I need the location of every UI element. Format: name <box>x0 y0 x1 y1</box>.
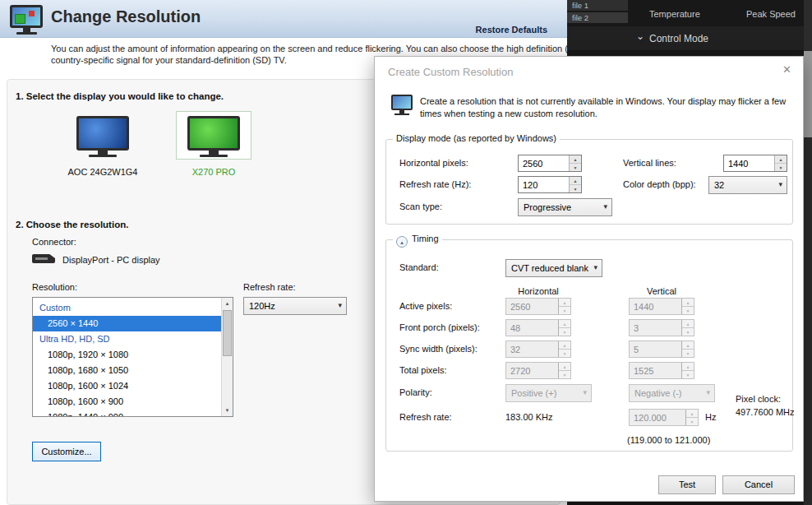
scroll-down-icon[interactable]: ▼ <box>222 405 233 416</box>
chevron-down-icon: ▾ <box>778 180 782 188</box>
front-porch-label: Front porch (pixels): <box>399 322 480 332</box>
spinner-up-icon: ▲ <box>559 299 570 307</box>
collapse-icon[interactable]: ▴ <box>396 236 408 248</box>
refresh-rate-value: 120 <box>523 180 537 190</box>
timing-group-legend: ▴Timing <box>393 234 442 248</box>
resolution-item[interactable]: 1080p, 1440 × 900 <box>33 410 221 417</box>
sync-width-vertical-spinner: 5 ▲▼ <box>629 341 694 358</box>
restore-defaults-link[interactable]: Restore Defaults <box>476 25 547 35</box>
dialog-monitor-icon <box>390 95 416 118</box>
spinner-up-icon: ▲ <box>559 341 570 350</box>
spinner-up-icon[interactable]: ▲ <box>775 155 787 164</box>
spinner-up-icon: ▲ <box>559 363 570 371</box>
column-header-horizontal: Horizontal <box>505 286 571 296</box>
resolution-category-custom[interactable]: Custom <box>33 300 221 316</box>
resolution-item[interactable]: 1080p, 1680 × 1050 <box>33 363 221 378</box>
color-depth-select[interactable]: 32 ▾ <box>708 176 787 194</box>
spinner-buttons: ▲▼ <box>569 155 581 171</box>
display-item-aoc[interactable]: AOC 24G2W1G4 <box>55 111 150 177</box>
spinner-buttons: ▲▼ <box>558 363 570 378</box>
monitor-base <box>16 32 37 35</box>
monitor-icon <box>187 116 240 151</box>
refresh-rate-value: 120Hz <box>249 301 275 311</box>
refresh-rate-hz-label: Refresh rate (Hz): <box>399 179 471 189</box>
monitor-base <box>200 155 228 157</box>
polarity-horizontal-value: Positive (+) <box>511 388 556 398</box>
monitor-base <box>89 155 117 157</box>
monitor-frame <box>65 111 141 160</box>
display-item-x270[interactable]: X270 PRO <box>166 111 261 177</box>
listbox-scrollbar[interactable]: ▲ ▼ <box>221 298 233 416</box>
profile-tab-1[interactable]: file 1 <box>567 0 628 11</box>
scrollbar-thumb[interactable] <box>804 51 812 137</box>
spinner-down-icon: ▼ <box>559 371 570 378</box>
spinner-down-icon[interactable]: ▼ <box>570 185 581 192</box>
customize-button[interactable]: Customize... <box>32 442 101 461</box>
step1-heading: 1. Select the display you would like to … <box>16 91 224 101</box>
color-depth-label: Color depth (bpp): <box>623 179 696 189</box>
chevron-down-icon: ⌄ <box>636 30 644 42</box>
spinner-buttons: ▲▼ <box>681 320 694 336</box>
scrollbar-thumb[interactable] <box>223 310 232 356</box>
screen: Change Resolution Restore Defaults You c… <box>0 0 812 505</box>
refresh-rate-spinner[interactable]: 120 ▲▼ <box>518 176 582 193</box>
color-depth-value: 32 <box>714 180 724 190</box>
sync-width-vertical-value: 5 <box>634 345 639 354</box>
chevron-down-icon: ▾ <box>583 388 587 396</box>
horizontal-pixels-spinner[interactable]: 2560 ▲▼ <box>518 155 582 172</box>
active-pixels-horizontal-value: 2560 <box>510 302 530 312</box>
vertical-lines-spinner[interactable]: 1440 ▲▼ <box>723 155 787 172</box>
spinner-up-icon[interactable]: ▲ <box>570 177 581 185</box>
active-pixels-label: Active pixels: <box>399 301 452 311</box>
chevron-down-icon: ▾ <box>706 388 710 396</box>
icon-green-square <box>15 14 25 24</box>
pixel-clock-label: Pixel clock: <box>736 394 781 404</box>
spinner-buttons: ▲▼ <box>558 320 570 336</box>
standard-select[interactable]: CVT reduced blank ▾ <box>505 259 602 277</box>
spinner-buttons: ▲▼ <box>681 363 694 378</box>
vertical-lines-value: 1440 <box>728 159 748 169</box>
scroll-up-icon[interactable]: ▲ <box>222 298 233 309</box>
spinner-buttons: ▲▼ <box>558 341 570 357</box>
control-mode-header[interactable]: ⌄ Control Mode <box>567 26 812 51</box>
cancel-button[interactable]: Cancel <box>722 475 795 494</box>
resolution-listbox: Custom 2560 × 1440 Ultra HD, HD, SD 1080… <box>32 297 233 417</box>
timing-refresh-rate-label: Refresh rate: <box>399 412 452 422</box>
column-header-vertical: Vertical <box>629 286 694 296</box>
test-button[interactable]: Test <box>658 475 716 494</box>
spinner-up-icon[interactable]: ▲ <box>570 155 581 164</box>
resolution-item[interactable]: 1080p, 1600 × 1024 <box>33 378 221 394</box>
app-scrollbar[interactable] <box>804 0 812 505</box>
resolution-list: Custom 2560 × 1440 Ultra HD, HD, SD 1080… <box>33 298 233 417</box>
total-pixels-label: Total pixels: <box>399 365 446 375</box>
spinner-up-icon: ▲ <box>682 341 694 350</box>
refresh-rate-khz-value: 183.00 KHz <box>505 412 552 422</box>
peak-speed-label: Peak Speed <box>746 9 796 19</box>
polarity-vertical-value: Negative (-) <box>634 388 681 398</box>
temperature-label: Temperature <box>649 9 700 19</box>
close-icon[interactable]: ✕ <box>782 63 791 76</box>
spinner-down-icon[interactable]: ▼ <box>775 164 787 171</box>
spinner-buttons: ▲▼ <box>681 341 694 357</box>
sync-width-horizontal-spinner: 32 ▲▼ <box>505 341 571 358</box>
resolution-item[interactable]: 1080p, 1600 × 900 <box>33 394 221 410</box>
total-pixels-vertical-spinner: 1525 ▲▼ <box>629 362 694 379</box>
polarity-vertical-select: Negative (-) ▾ <box>629 384 715 402</box>
total-pixels-vertical-value: 1525 <box>634 366 653 376</box>
resolution-item[interactable]: 1080p, 1920 × 1080 <box>33 347 221 363</box>
spinner-up-icon: ▲ <box>682 320 694 328</box>
active-pixels-vertical-value: 1440 <box>634 302 653 312</box>
monitor-frame <box>176 111 251 160</box>
sync-width-horizontal-value: 32 <box>510 345 520 354</box>
profile-tab-2[interactable]: file 2 <box>567 12 628 23</box>
scan-type-select[interactable]: Progressive ▾ <box>518 198 612 216</box>
step2-heading: 2. Choose the resolution. <box>16 220 128 229</box>
spinner-up-icon: ▲ <box>682 299 694 307</box>
spinner-down-icon[interactable]: ▼ <box>570 164 581 171</box>
spinner-buttons: ▲▼ <box>569 177 581 192</box>
resolution-item-selected[interactable]: 2560 × 1440 <box>33 316 221 331</box>
display-name: AOC 24G2W1G4 <box>55 167 150 177</box>
resolution-category-uhd[interactable]: Ultra HD, HD, SD <box>33 331 221 347</box>
refresh-rate-select[interactable]: 120Hz ▾ <box>243 297 347 315</box>
display-mode-group: Display mode (as reported by Windows) Ho… <box>385 139 793 225</box>
